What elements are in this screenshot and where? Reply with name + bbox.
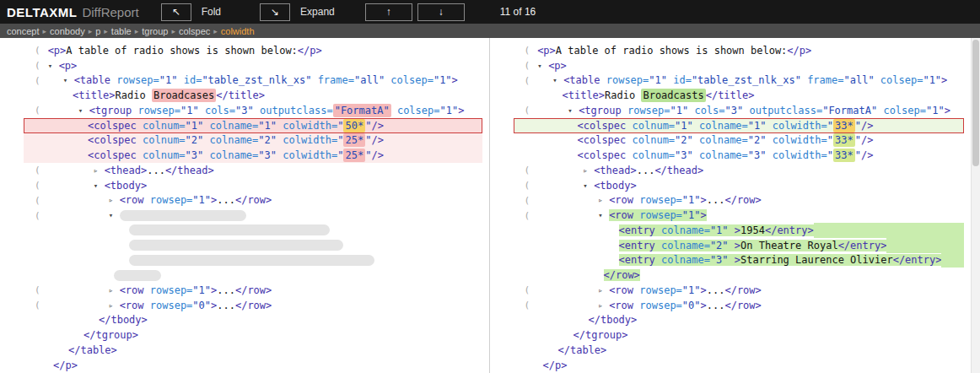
code-line: <colspec colnum="2" colname="2" colwidth… — [490, 133, 972, 149]
code-token: <row — [120, 300, 144, 311]
code-token: "3" — [186, 149, 204, 161]
fold-open-icon[interactable]: ▾ — [63, 76, 74, 84]
diff-token: 50* — [343, 119, 365, 132]
code-token: > — [729, 254, 740, 266]
code-token: Starring Laurence Olivier — [740, 254, 893, 266]
vertical-scrollbar[interactable] — [971, 38, 980, 373]
fold-closed-icon[interactable]: ▹ — [109, 301, 120, 310]
fold-region-mark[interactable]: ( — [525, 60, 530, 71]
code-token: "3" — [725, 105, 744, 116]
code-line: (▾<tbody> — [490, 178, 972, 193]
breadcrumb-item-p[interactable]: p — [95, 26, 100, 36]
fold-closed-icon[interactable]: ▹ — [583, 166, 594, 175]
fold-region-mark[interactable]: ( — [525, 165, 530, 176]
fold-region-mark[interactable]: ( — [525, 284, 530, 295]
code-token: " — [365, 120, 371, 132]
fold-region-mark[interactable]: ( — [525, 45, 530, 56]
code-line: <entry colname="2" >On Theatre Royal</en… — [490, 238, 972, 253]
fold-region-mark[interactable]: ( — [525, 75, 530, 86]
fold-open-icon[interactable]: ▾ — [552, 76, 563, 84]
code-token: /> — [371, 149, 383, 161]
code-line: <colspec colnum="2" colname="2" colwidth… — [0, 133, 489, 149]
code-line: <colspec colnum="1" colname="1" colwidth… — [0, 118, 489, 133]
fold-closed-icon[interactable]: ▹ — [109, 286, 120, 295]
breadcrumb-item-tgroup[interactable]: tgroup — [142, 26, 168, 36]
code-line: <entry colname="3" >Starring Laurence Ol… — [490, 253, 972, 268]
fold-region-mark[interactable]: ( — [35, 60, 40, 71]
code-token: colwidth= — [277, 149, 337, 161]
fold-open-icon[interactable]: ▾ — [598, 211, 609, 219]
next-diff-button[interactable]: ↓ — [417, 3, 465, 21]
fold-open-icon[interactable]: ▾ — [537, 62, 548, 70]
code-line: (▾<table rowsep="1" id="table_zst_nlk_xs… — [0, 73, 489, 89]
code-line: (▾<tgroup rowsep="1" cols="3" outputclas… — [0, 103, 489, 118]
fold-region-mark[interactable]: ( — [35, 165, 40, 176]
code-token: " — [365, 149, 371, 161]
fold-region-mark[interactable]: ( — [525, 300, 530, 311]
fold-closed-icon[interactable]: ▹ — [598, 301, 609, 310]
fold-region-mark[interactable]: ( — [35, 300, 40, 311]
code-token: </row> — [724, 284, 761, 296]
previous-diff-button[interactable]: ↑ — [365, 3, 412, 21]
fold-open-icon[interactable]: ▾ — [583, 181, 594, 190]
fold-open-icon[interactable]: ▾ — [94, 181, 105, 190]
code-token: "1" — [180, 105, 199, 116]
ghost-content-bar — [129, 240, 343, 251]
fold-region-mark[interactable]: ( — [35, 105, 40, 116]
code-line: (▹<thead>...</thead> — [0, 163, 489, 178]
code-token: outputclass= — [743, 105, 822, 116]
breadcrumb-item-colwidth[interactable]: colwidth — [221, 26, 255, 36]
breadcrumb-item-concept[interactable]: concept — [7, 26, 40, 36]
code-token: rowsep= — [132, 105, 180, 116]
code-line — [0, 253, 489, 268]
fold-closed-icon[interactable]: ▹ — [598, 286, 609, 295]
diff-token: 25* — [343, 133, 365, 147]
code-token: "2" — [186, 134, 204, 146]
fold-closed-icon[interactable]: ▹ — [598, 196, 609, 204]
fold-closed-icon[interactable]: ▹ — [109, 196, 120, 204]
code-line: <title>Radio Broadcasts</title> — [490, 88, 972, 103]
right-code-panel: (<p>A table of radio shows is shown belo… — [490, 38, 972, 373]
code-token: " — [855, 120, 861, 132]
fold-region-mark[interactable]: ( — [35, 75, 40, 86]
fold-region-mark[interactable]: ( — [525, 210, 530, 221]
code-token: colname= — [203, 149, 258, 161]
code-token: "1" — [682, 284, 701, 296]
code-line: </table> — [490, 343, 972, 358]
fold-region-mark[interactable]: ( — [35, 180, 40, 191]
fold-open-icon[interactable]: ▾ — [78, 106, 89, 115]
code-line: (▹<row rowsep="1">...</row> — [490, 193, 972, 208]
code-line: </tbody> — [0, 313, 489, 328]
code-token: </p> — [53, 359, 78, 371]
code-line: <colspec colnum="3" colname="3" colwidth… — [0, 148, 489, 163]
code-token: rowsep= — [633, 194, 682, 206]
fold-region-mark[interactable]: ( — [525, 195, 530, 206]
fold-region-mark[interactable]: ( — [35, 210, 40, 221]
fold-open-icon[interactable]: ▾ — [48, 62, 59, 70]
fold-open-icon[interactable]: ▾ — [109, 211, 120, 219]
fold-region-mark[interactable]: ( — [525, 105, 530, 116]
code-line: </table> — [0, 343, 489, 358]
fold-closed-icon[interactable]: ▹ — [94, 166, 105, 175]
expand-button[interactable]: ↘ — [260, 3, 290, 21]
fold-region-mark[interactable]: ( — [35, 284, 40, 295]
code-line: </tgroup> — [490, 327, 972, 343]
breadcrumb-item-conbody[interactable]: conbody — [50, 26, 85, 36]
fold-region-mark[interactable]: ( — [35, 195, 40, 206]
fold-button[interactable]: ↖ — [161, 3, 191, 21]
fold-open-icon[interactable]: ▾ — [568, 106, 579, 115]
fold-region-mark[interactable]: ( — [35, 45, 40, 56]
code-token: <row — [609, 194, 633, 206]
fold-region-mark[interactable]: ( — [525, 180, 530, 191]
scrollbar-thumb[interactable] — [972, 40, 979, 166]
diff-token: 33* — [833, 119, 855, 132]
breadcrumb-item-colspec[interactable]: colspec — [179, 26, 210, 36]
code-line: <title>Radio Broadcases</title> — [0, 88, 489, 103]
code-token: <tgroup — [89, 105, 132, 116]
code-token: /> — [861, 149, 873, 161]
code-token: "table_zst_nlk_xs" — [692, 74, 801, 86]
breadcrumb-item-table[interactable]: table — [111, 26, 132, 36]
code-line: </p> — [0, 358, 489, 373]
expand-button-label: Expand — [300, 6, 335, 18]
code-token: cols= — [199, 105, 235, 116]
